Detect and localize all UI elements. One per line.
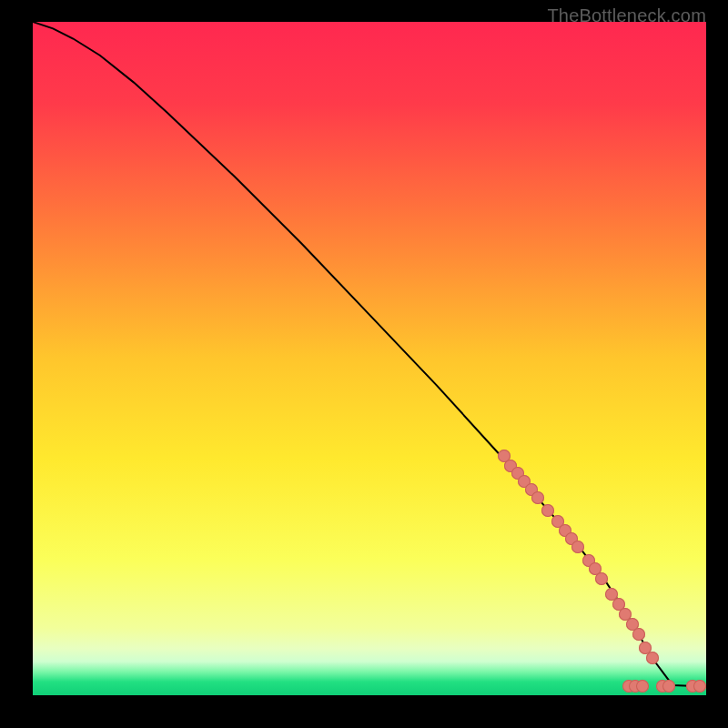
data-point — [632, 628, 645, 641]
data-point — [531, 491, 544, 504]
data-point — [646, 652, 659, 664]
main-curve — [33, 22, 706, 686]
data-point — [595, 572, 608, 585]
chart-stage: TheBottleneck.com — [0, 0, 728, 728]
data-point — [662, 680, 675, 693]
data-point — [571, 541, 584, 553]
data-point — [636, 680, 649, 693]
plot-area — [33, 22, 706, 695]
data-point — [541, 504, 554, 517]
data-point — [693, 680, 706, 693]
